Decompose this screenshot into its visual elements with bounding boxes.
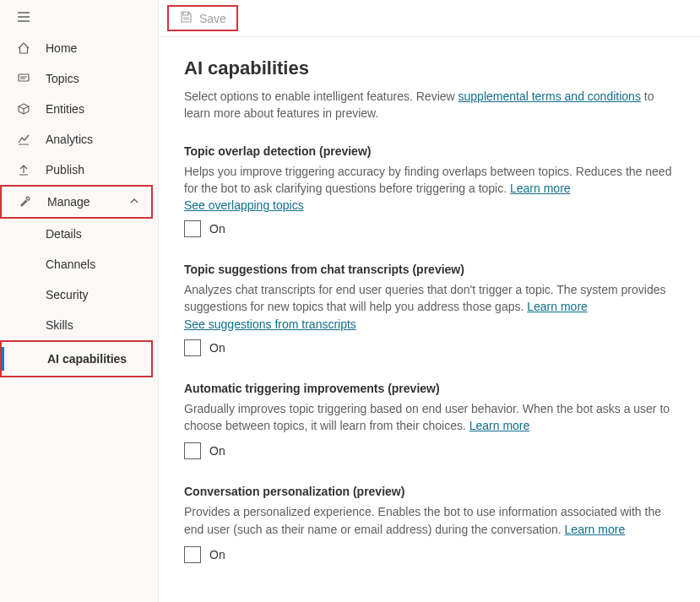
sidebar-subitem-skills[interactable]: Skills [0, 310, 158, 340]
section-desc: Gradually improves topic triggering base… [184, 400, 680, 435]
see-overlapping-topics-link[interactable]: See overlapping topics [184, 198, 680, 212]
sidebar-item-analytics[interactable]: Analytics [0, 124, 158, 155]
toggle-label: On [209, 341, 225, 355]
sidebar-subitem-details[interactable]: Details [0, 219, 158, 249]
sidebar-item-label: Home [46, 41, 77, 55]
learn-more-link[interactable]: Learn more [565, 523, 626, 536]
section-desc-text: Analyzes chat transcripts for end user q… [184, 283, 665, 313]
main-area: Save AI capabilities Select options to e… [159, 0, 700, 602]
sidebar-item-manage[interactable]: Manage [2, 187, 151, 217]
wrench-icon [19, 195, 32, 209]
toggle-label: On [209, 222, 225, 236]
learn-more-link[interactable]: Learn more [527, 300, 588, 313]
sidebar-item-label: Analytics [46, 133, 93, 146]
sidebar-item-label: Topics [46, 72, 79, 85]
section-personalization: Conversation personalization (preview) P… [184, 485, 680, 563]
sidebar-subitem-label: Security [46, 288, 89, 301]
page-title: AI capabilities [184, 57, 680, 79]
section-desc: Analyzes chat transcripts for end user q… [184, 281, 680, 316]
sidebar-item-topics[interactable]: Topics [0, 63, 158, 94]
sidebar-item-label: Entities [46, 102, 84, 116]
sidebar-subitem-label: Skills [46, 318, 73, 332]
topics-icon [17, 72, 30, 85]
toggle-label: On [209, 444, 225, 458]
sidebar-subitem-ai-capabilities[interactable]: AI capabilities [2, 342, 151, 376]
section-title: Topic overlap detection (preview) [184, 144, 680, 158]
supplemental-terms-link[interactable]: supplemental terms and conditions [459, 89, 641, 103]
sidebar-subitem-security[interactable]: Security [0, 279, 158, 310]
sidebar-item-publish[interactable]: Publish [0, 155, 158, 185]
sidebar-subitem-label: AI capabilities [47, 352, 127, 366]
content: AI capabilities Select options to enable… [159, 37, 700, 602]
entities-icon [17, 102, 30, 116]
sidebar-subitem-label: Details [46, 227, 82, 241]
learn-more-link[interactable]: Learn more [469, 419, 530, 432]
topic-suggestions-checkbox[interactable] [184, 339, 201, 356]
section-title: Topic suggestions from chat transcripts … [184, 263, 680, 276]
page-intro: Select options to enable intelligent fea… [184, 88, 680, 122]
toggle-label: On [209, 548, 225, 561]
section-desc-text: Helps you improve triggering accuracy by… [184, 165, 671, 195]
section-auto-triggering: Automatic triggering improvements (previ… [184, 382, 680, 460]
topic-overlap-checkbox[interactable] [184, 220, 201, 237]
learn-more-link[interactable]: Learn more [510, 182, 571, 195]
sidebar-item-label: Publish [46, 163, 84, 176]
toolbar: Save [159, 0, 700, 37]
section-title: Conversation personalization (preview) [184, 485, 680, 498]
svg-rect-3 [19, 74, 29, 81]
section-title: Automatic triggering improvements (previ… [184, 382, 680, 395]
sidebar-subitem-label: Channels [46, 258, 95, 271]
sidebar-item-home[interactable]: Home [0, 33, 158, 63]
intro-prefix: Select options to enable intelligent fea… [184, 89, 459, 103]
save-icon [179, 10, 193, 26]
save-label: Save [199, 12, 226, 25]
save-button[interactable]: Save [167, 5, 238, 31]
section-desc: Provides a personalized experience. Enab… [184, 503, 680, 538]
see-suggestions-link[interactable]: See suggestions from transcripts [184, 317, 680, 331]
sidebar-item-label: Manage [47, 195, 90, 209]
publish-icon [17, 163, 30, 176]
auto-triggering-checkbox[interactable] [184, 442, 201, 459]
personalization-checkbox[interactable] [184, 546, 201, 563]
section-topic-overlap: Topic overlap detection (preview) Helps … [184, 144, 680, 238]
section-desc-text: Gradually improves topic triggering base… [184, 402, 670, 432]
section-desc: Helps you improve triggering accuracy by… [184, 163, 680, 198]
hamburger-button[interactable] [0, 0, 158, 33]
analytics-icon [17, 133, 30, 146]
chevron-up-icon [129, 195, 139, 209]
section-topic-suggestions: Topic suggestions from chat transcripts … [184, 263, 680, 356]
sidebar-subitem-channels[interactable]: Channels [0, 249, 158, 279]
home-icon [17, 41, 30, 55]
sidebar-item-entities[interactable]: Entities [0, 94, 158, 124]
sidebar: Home Topics Entities Analytics Publish M… [0, 0, 159, 602]
